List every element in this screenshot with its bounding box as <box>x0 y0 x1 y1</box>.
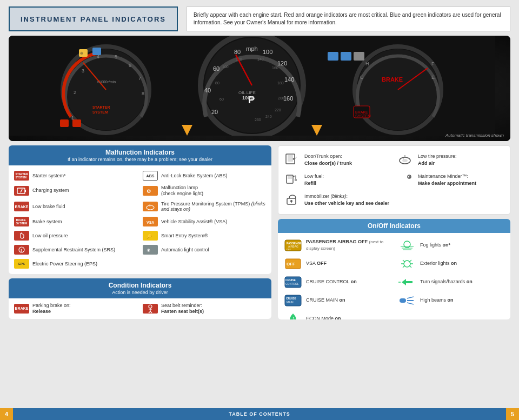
svg-text:120: 120 <box>277 60 287 66</box>
indicator-item: ! Tire Pressure Monitoring System (TPMS)… <box>143 200 266 214</box>
charging-icon <box>14 186 29 196</box>
svg-text:8: 8 <box>142 91 144 96</box>
turn-signal-text: Turn signals/hazards on <box>420 279 473 285</box>
malfunction-subtitle: If an indicator remains on, there may be… <box>15 157 265 162</box>
svg-text:×1000r/min: ×1000r/min <box>97 80 116 84</box>
svg-text:60: 60 <box>213 65 219 72</box>
svg-text:OIL LIFE: OIL LIFE <box>238 90 256 95</box>
indicator-item: ☀ Automatic light control <box>143 244 266 256</box>
svg-rect-52 <box>60 119 69 127</box>
fuel-text: Low fuel:Refill <box>304 173 324 186</box>
turn-signal-icon <box>398 276 416 289</box>
svg-rect-51 <box>92 48 101 55</box>
airbag-text: PASSENGER AIRBAG OFF (next to display sc… <box>306 239 390 251</box>
charging-label: Charging system <box>32 188 69 194</box>
svg-text:VSA: VSA <box>147 221 154 224</box>
onoff-panel: On/Off Indicators PASSENGERAIRBAGOFF PAS… <box>278 219 510 319</box>
svg-text:2: 2 <box>74 90 76 95</box>
svg-text:3: 3 <box>82 68 84 74</box>
dashboard-caption: Automatic transmission shown <box>445 133 504 138</box>
low-brake-label: Low brake fluid <box>32 204 65 210</box>
malfunction-panel: Malfunction Indicators If an indicator r… <box>9 145 271 274</box>
malfunction-lamp-label: Malfunction lamp(check engine light) <box>161 185 203 197</box>
svg-rect-80 <box>288 155 293 162</box>
abs-icon: ABS <box>143 171 158 181</box>
condition-grid: BRAKE Parking brake on:Release Seat belt… <box>14 303 266 315</box>
svg-text:mph: mph <box>246 45 257 52</box>
condition-header: Condition Indicators Action is needed by… <box>9 278 271 298</box>
srs-icon: ! <box>14 245 29 255</box>
svg-rect-88 <box>288 176 292 179</box>
smart-entry-label: Smart Entry System® <box>161 233 208 239</box>
svg-rect-55 <box>341 52 351 61</box>
parking-brake-label: Parking brake on:Release <box>32 303 71 315</box>
svg-point-81 <box>293 158 295 160</box>
svg-text:BRAKE: BRAKE <box>382 76 403 83</box>
svg-text:CONTROL: CONTROL <box>285 282 299 285</box>
header-section: INSTRUMENT PANEL INDICATORS Briefly appe… <box>0 0 519 36</box>
svg-text:80: 80 <box>234 49 241 55</box>
highbeam-icon <box>398 294 416 307</box>
svg-text:☀: ☀ <box>147 248 150 253</box>
svg-text:CRUISE: CRUISE <box>286 297 297 300</box>
svg-text:6: 6 <box>129 63 131 68</box>
econ-text: ECON Mode on <box>306 316 341 319</box>
fuel-icon <box>285 173 300 185</box>
title-box: INSTRUMENT PANEL INDICATORS <box>9 6 178 31</box>
condition-body: BRAKE Parking brake on:Release Seat belt… <box>9 298 271 319</box>
svg-text:80: 80 <box>215 81 219 85</box>
starter-label: Starter system* <box>32 173 66 179</box>
left-panels: Malfunction Indicators If an indicator r… <box>9 145 271 319</box>
tire-item: ! Low tire pressure:Add air <box>398 151 503 168</box>
description-text: Briefly appear with each engine start. R… <box>194 12 501 25</box>
auto-light-label: Automatic light control <box>161 247 209 253</box>
tire-text: Low tire pressure:Add air <box>418 153 457 166</box>
auto-light-icon: ☀ <box>143 245 158 255</box>
exterior-icon <box>398 257 416 270</box>
svg-text:260: 260 <box>255 118 261 122</box>
svg-text:CRUISE: CRUISE <box>285 278 296 282</box>
seatbelt-icon <box>143 304 158 314</box>
svg-text:SYSTEM: SYSTEM <box>355 114 371 118</box>
svg-text:🔑: 🔑 <box>147 234 152 239</box>
fuel-item: Low fuel:Refill <box>285 171 390 188</box>
econ-item: ECON Mode on <box>284 311 390 319</box>
svg-rect-121 <box>400 298 406 303</box>
condition-subtitle: Action is needed by driver <box>15 290 265 295</box>
svg-text:200: 200 <box>278 96 284 100</box>
svg-text:F: F <box>431 61 435 66</box>
svg-line-109 <box>403 260 405 262</box>
wrench-icon <box>398 173 414 185</box>
svg-text:BRAKE: BRAKE <box>355 110 368 114</box>
vsa-off-item: OFF VSA OFF <box>284 256 390 272</box>
indicator-item: BRAKE Low brake fluid <box>14 200 137 214</box>
turn-signal-item: Turn signals/hazards on <box>398 274 504 290</box>
parking-brake-icon: BRAKE <box>14 304 29 314</box>
bottom-panels: Malfunction Indicators If an indicator r… <box>0 141 519 319</box>
exterior-item: Exterior lights on <box>398 256 504 272</box>
svg-text:100: 100 <box>222 65 229 69</box>
svg-text:SYSTEM: SYSTEM <box>92 110 108 114</box>
svg-rect-54 <box>328 52 338 61</box>
indicator-item: EPS Electric Power Steering (EPS) <box>14 258 137 270</box>
airbag-icon: PASSENGERAIRBAGOFF <box>284 239 302 252</box>
onoff-header: On/Off Indicators <box>278 219 510 233</box>
low-oil-label: Low oil pressure <box>32 233 68 239</box>
page-number-left: 4 <box>0 408 13 420</box>
indicator-item: STARTERSYSTEM Starter system* <box>14 170 137 182</box>
exterior-text: Exterior lights on <box>420 261 457 267</box>
svg-text:E: E <box>431 75 435 80</box>
smart-entry-icon: 🔑 <box>143 231 158 241</box>
svg-rect-63 <box>25 190 26 192</box>
fog-icon <box>398 239 416 252</box>
condition-panel: Condition Indicators Action is needed by… <box>9 278 271 319</box>
svg-point-94 <box>290 200 292 202</box>
low-brake-icon: BRAKE <box>14 202 29 211</box>
footer-text: TABLE OF CONTENTS <box>229 411 290 417</box>
svg-text:100: 100 <box>263 49 272 55</box>
immobilizer-item: Immobilizer (blinks):Use other vehicle k… <box>285 191 503 208</box>
indicator-item: Charging system <box>14 184 137 198</box>
svg-text:!: ! <box>149 203 151 208</box>
immobilizer-text: Immobilizer (blinks):Use other vehicle k… <box>304 193 389 206</box>
abs-label: Anti-Lock Brake System (ABS) <box>161 173 228 179</box>
